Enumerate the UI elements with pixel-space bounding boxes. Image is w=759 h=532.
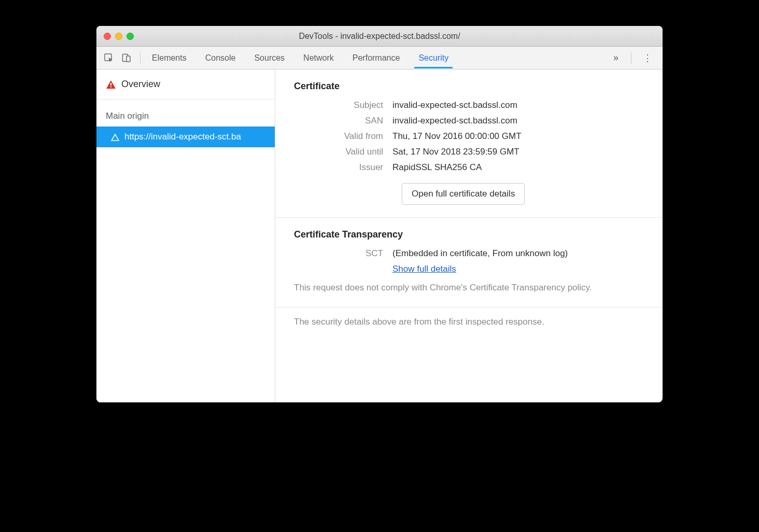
device-toggle-icon[interactable]	[119, 51, 134, 65]
overview-label: Overview	[121, 79, 160, 90]
tab-security[interactable]: Security	[417, 48, 449, 68]
cert-value: RapidSSL SHA256 CA	[392, 162, 482, 173]
ct-row-sct: SCT (Embedded in certificate, From unkno…	[294, 248, 644, 259]
certificate-heading: Certificate	[294, 81, 644, 92]
origin-item[interactable]: https://invalid-expected-sct.ba	[96, 127, 275, 147]
zoom-window-button[interactable]	[126, 33, 134, 40]
open-certificate-details-button[interactable]: Open full certificate details	[402, 183, 525, 205]
tab-elements[interactable]: Elements	[151, 48, 188, 68]
more-tabs-icon[interactable]: »	[607, 52, 625, 63]
svg-rect-3	[110, 83, 111, 86]
cert-value: Thu, 17 Nov 2016 00:00:00 GMT	[392, 131, 522, 142]
ct-policy-note: This request does not comply with Chrome…	[294, 282, 644, 295]
tab-network[interactable]: Network	[302, 48, 335, 68]
cert-row-san: SAN invalid-expected-sct.badssl.com	[294, 116, 644, 126]
devtools-toolbar: Elements Console Sources Network Perform…	[96, 47, 663, 69]
footer-note: The security details above are from the …	[275, 307, 663, 337]
ct-heading: Certificate Transparency	[294, 229, 644, 240]
cert-key: Valid from	[294, 131, 392, 142]
ct-key: SCT	[294, 248, 392, 259]
cert-row-valid-until: Valid until Sat, 17 Nov 2018 23:59:59 GM…	[294, 147, 644, 157]
cert-key: Issuer	[294, 162, 392, 173]
origin-url: https://invalid-expected-sct.ba	[124, 132, 241, 142]
show-full-details-link[interactable]: Show full details	[392, 264, 456, 274]
panel-body: Overview Main origin https://invalid-exp…	[96, 69, 663, 402]
cert-key: Subject	[294, 100, 392, 110]
devtools-menu-icon[interactable]: ⋮	[638, 52, 657, 64]
cert-value: invalid-expected-sct.badssl.com	[392, 100, 517, 110]
tab-console[interactable]: Console	[204, 48, 237, 68]
ct-value: (Embedded in certificate, From unknown l…	[392, 248, 568, 259]
devtools-window: DevTools - invalid-expected-sct.badssl.c…	[96, 26, 663, 402]
inspect-element-icon[interactable]	[102, 51, 116, 65]
close-window-button[interactable]	[104, 33, 111, 40]
traffic-lights	[96, 33, 134, 40]
security-sidebar: Overview Main origin https://invalid-exp…	[96, 69, 275, 402]
overview-row[interactable]: Overview	[96, 69, 275, 100]
warning-triangle-icon	[106, 80, 116, 89]
devtools-tabs: Elements Console Sources Network Perform…	[151, 48, 604, 68]
cert-value: invalid-expected-sct.badssl.com	[392, 116, 517, 126]
titlebar: DevTools - invalid-expected-sct.badssl.c…	[96, 26, 663, 47]
tab-sources[interactable]: Sources	[253, 48, 286, 68]
cert-value: Sat, 17 Nov 2018 23:59:59 GMT	[392, 147, 519, 157]
cert-key: SAN	[294, 116, 392, 126]
main-origin-label: Main origin	[96, 100, 275, 127]
toolbar-separator	[140, 52, 140, 64]
window-title: DevTools - invalid-expected-sct.badssl.c…	[96, 32, 663, 41]
svg-rect-2	[126, 56, 130, 62]
tab-performance[interactable]: Performance	[352, 48, 401, 68]
cert-key: Valid until	[294, 147, 392, 157]
security-main: Certificate Subject invalid-expected-sct…	[275, 69, 663, 402]
certificate-panel: Certificate Subject invalid-expected-sct…	[275, 69, 663, 218]
ct-row-link: Show full details	[294, 264, 644, 274]
ct-panel: Certificate Transparency SCT (Embedded i…	[275, 218, 663, 307]
warning-triangle-outline-icon	[111, 133, 119, 141]
cert-row-valid-from: Valid from Thu, 17 Nov 2016 00:00:00 GMT	[294, 131, 644, 142]
minimize-window-button[interactable]	[115, 33, 122, 40]
svg-rect-4	[110, 86, 111, 87]
cert-row-subject: Subject invalid-expected-sct.badssl.com	[294, 100, 644, 110]
cert-row-issuer: Issuer RapidSSL SHA256 CA	[294, 162, 644, 173]
toolbar-separator	[631, 52, 631, 64]
